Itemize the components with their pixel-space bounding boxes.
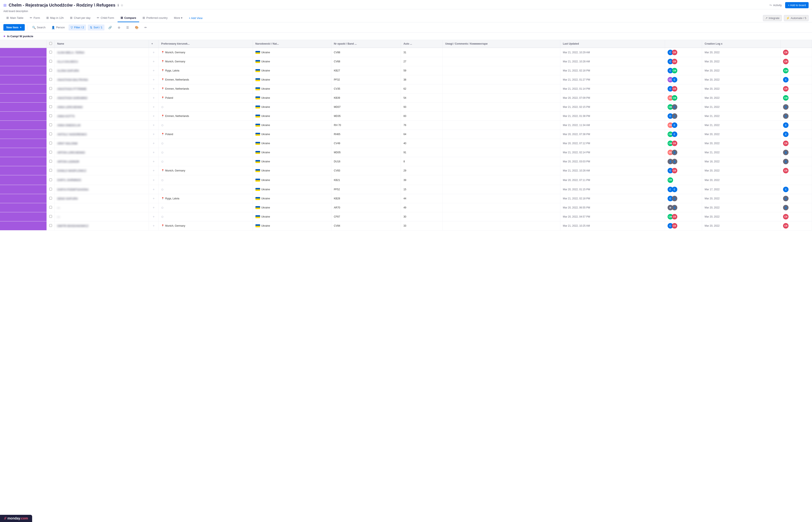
integrate-button[interactable]: ↗ Integrate [763, 15, 782, 21]
row-checkbox-cell[interactable] [46, 84, 55, 94]
group-by-button[interactable]: ☰ [124, 24, 131, 31]
row-add-cell[interactable]: + [148, 103, 158, 112]
row-add-button[interactable]: + [152, 141, 156, 145]
avatar[interactable]: CR [672, 50, 677, 55]
row-checkbox[interactable] [49, 197, 52, 200]
creation-avatar[interactable]: 👤 [783, 196, 789, 201]
col-checkbox[interactable] [46, 40, 55, 48]
new-item-button[interactable]: New Item ▼ [3, 24, 25, 31]
avatar[interactable]: C [672, 77, 677, 82]
row-add-button[interactable]: + [152, 150, 156, 155]
row-add-cell[interactable]: + [148, 194, 158, 203]
row-checkbox[interactable] [49, 51, 52, 54]
row-checkbox[interactable] [49, 96, 52, 99]
row-checkbox-cell[interactable] [46, 103, 55, 112]
row-checkbox-cell[interactable] [46, 175, 55, 185]
avatar[interactable]: CM [672, 68, 677, 73]
avatar[interactable]: C [672, 122, 677, 128]
tab-main-table[interactable]: ⊞ Main Table [3, 14, 26, 22]
creation-avatar[interactable]: CR [783, 214, 789, 219]
row-comments-cell[interactable] [442, 212, 560, 221]
tab-more[interactable]: More ▾ [171, 14, 185, 22]
row-checkbox-cell[interactable] [46, 66, 55, 75]
row-checkbox[interactable] [49, 169, 52, 172]
row-checkbox-cell[interactable] [46, 48, 55, 57]
row-name[interactable]: ANNA KOTTS [57, 115, 75, 118]
row-checkbox-cell[interactable] [46, 157, 55, 166]
row-comments-cell[interactable] [442, 185, 560, 194]
row-add-button[interactable]: + [152, 77, 156, 82]
row-comments-cell[interactable] [442, 166, 560, 175]
avatar[interactable]: CR [672, 168, 677, 173]
edit-button[interactable]: ✏ [142, 24, 149, 31]
row-add-cell[interactable]: + [148, 66, 158, 75]
avatar[interactable]: 👤 [672, 150, 677, 155]
row-add-button[interactable]: + [152, 132, 156, 136]
creation-avatar[interactable]: 👤 [783, 104, 789, 110]
row-checkbox[interactable] [49, 188, 52, 190]
col-preferred-direction[interactable]: Preferowany kierunek... [159, 40, 253, 48]
creation-avatar[interactable]: CM [783, 68, 789, 73]
row-checkbox-cell[interactable] [46, 94, 55, 103]
row-add-button[interactable]: + [152, 50, 156, 55]
row-comments-cell[interactable] [442, 130, 560, 139]
avatar[interactable]: C [672, 187, 677, 192]
row-add-cell[interactable]: + [148, 84, 158, 94]
row-checkbox[interactable] [49, 114, 52, 117]
row-comments-cell[interactable] [442, 194, 560, 203]
row-add-cell[interactable]: + [148, 94, 158, 103]
row-add-button[interactable]: + [152, 105, 156, 109]
row-location-cell[interactable]: 📍Poland [159, 130, 253, 139]
row-location-cell[interactable]: 📍Munich, Germany [159, 221, 253, 230]
board-description[interactable]: Add board description [0, 9, 812, 14]
row-add-cell[interactable]: + [148, 221, 158, 230]
row-checkbox-cell[interactable] [46, 212, 55, 221]
creation-avatar[interactable]: C [783, 122, 789, 128]
row-name[interactable]: ANASTASIA BALTRVINA [57, 78, 88, 81]
row-checkbox[interactable] [49, 123, 52, 126]
row-checkbox[interactable] [49, 69, 52, 72]
row-add-cell[interactable]: + [148, 166, 158, 175]
row-add-cell[interactable]: + [148, 121, 158, 130]
link-button[interactable]: 🔗 [106, 24, 114, 31]
creation-avatar[interactable]: CR [783, 168, 789, 173]
row-checkbox-cell[interactable] [46, 121, 55, 130]
avatar[interactable]: CR [672, 86, 677, 92]
row-name[interactable]: ANASTASIA GHRAMNO [57, 96, 87, 100]
row-add-cell[interactable]: + [148, 212, 158, 221]
row-add-button[interactable]: + [152, 68, 156, 73]
creation-avatar[interactable]: C [783, 187, 789, 192]
row-add-button[interactable]: + [152, 223, 156, 228]
creation-avatar[interactable]: CM [783, 95, 789, 101]
row-name[interactable]: DARYL GHRMNOC [57, 178, 82, 182]
hide-button[interactable]: ⊖ [116, 24, 122, 31]
row-comments-cell[interactable] [442, 57, 560, 66]
row-comments-cell[interactable] [442, 103, 560, 112]
row-checkbox[interactable] [49, 78, 52, 81]
creation-avatar[interactable]: CR [783, 50, 789, 55]
search-button[interactable]: 🔍 Search [30, 24, 47, 31]
col-comments[interactable]: Uwagi / Comments / Коммментари [442, 40, 560, 48]
add-view-button[interactable]: + Add View [186, 14, 205, 22]
row-location-cell[interactable]: 📍Ryga, Latvia [159, 66, 253, 75]
filter-button[interactable]: ▽ Filter / 2 [68, 24, 86, 31]
row-location-cell[interactable]: ⊙ [159, 212, 253, 221]
row-checkbox-cell[interactable] [46, 57, 55, 66]
avatar[interactable]: 👤 [672, 159, 677, 164]
tab-form[interactable]: ✏ Form [27, 14, 43, 22]
col-last-updated[interactable]: Last Updated [560, 40, 665, 48]
row-location-cell[interactable]: 📍Munich, Germany [159, 57, 253, 66]
col-add[interactable]: + [148, 40, 158, 48]
row-add-cell[interactable]: + [148, 157, 158, 166]
row-name[interactable]: DANILO WADFLONICZ [57, 169, 86, 172]
row-add-cell[interactable]: + [148, 203, 158, 212]
row-name[interactable]: DENO GHFURN [57, 197, 78, 200]
row-add-button[interactable]: + [152, 114, 156, 118]
row-name[interactable]: — [57, 206, 60, 209]
row-location-cell[interactable]: 📍Poland [159, 94, 253, 103]
avatar[interactable]: CM [668, 177, 673, 183]
row-comments-cell[interactable] [442, 148, 560, 157]
avatar[interactable]: C [672, 132, 677, 137]
creation-avatar[interactable]: C [783, 132, 789, 137]
row-name[interactable]: ALLA GALNDCU [57, 60, 78, 63]
